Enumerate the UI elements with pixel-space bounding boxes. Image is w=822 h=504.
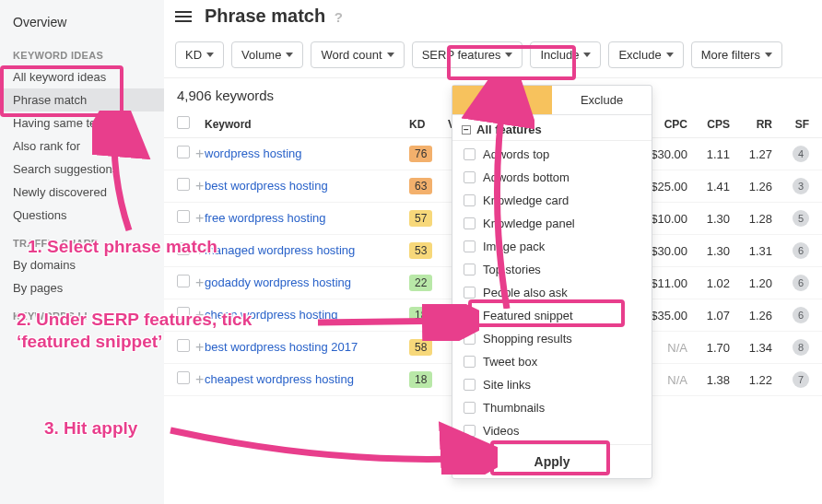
- option-checkbox[interactable]: [464, 217, 476, 229]
- option-checkbox[interactable]: [464, 379, 476, 391]
- kd-badge: 53: [409, 242, 432, 259]
- filter-exclude[interactable]: Exclude: [608, 41, 683, 68]
- keyword-link[interactable]: managed wordpress hosting: [205, 243, 355, 259]
- sidebar-item-newly-discovered[interactable]: Newly discovered: [0, 181, 164, 204]
- keyword-link[interactable]: godaddy wordpress hosting: [205, 275, 351, 291]
- row-checkbox[interactable]: [177, 210, 190, 223]
- option-checkbox[interactable]: [464, 264, 476, 275]
- option-label: Thumbnails: [483, 401, 545, 415]
- sf-badge: 6: [793, 242, 809, 259]
- chevron-down-icon: [505, 53, 512, 57]
- option-checkbox[interactable]: [464, 356, 476, 368]
- cell-rr: 1.26: [730, 180, 772, 193]
- help-icon[interactable]: ?: [335, 9, 343, 25]
- apply-button[interactable]: Apply: [452, 444, 652, 478]
- row-checkbox[interactable]: [177, 371, 190, 384]
- cell-cps: 1.70: [687, 341, 730, 355]
- add-icon[interactable]: +: [195, 210, 204, 226]
- dropdown-option[interactable]: Videos: [452, 419, 652, 442]
- chevron-down-icon: [583, 53, 591, 57]
- dropdown-all-features[interactable]: − All features: [452, 115, 652, 141]
- dropdown-tab-exclude[interactable]: Exclude: [552, 86, 652, 115]
- row-checkbox[interactable]: [177, 178, 190, 191]
- kd-badge: 18: [409, 307, 432, 323]
- dropdown-option[interactable]: Adwords bottom: [452, 166, 652, 189]
- dropdown-option[interactable]: Image pack: [452, 235, 652, 258]
- option-checkbox[interactable]: [464, 287, 476, 299]
- option-checkbox[interactable]: [464, 194, 476, 206]
- option-checkbox[interactable]: [464, 402, 476, 414]
- dropdown-option[interactable]: Adwords top: [452, 143, 652, 166]
- option-label: Knowledge panel: [483, 217, 575, 230]
- col-sf[interactable]: SF: [772, 118, 809, 131]
- keyword-link[interactable]: wordpress hosting: [205, 147, 302, 162]
- dropdown-option[interactable]: Tweet box: [452, 350, 652, 373]
- filter-include[interactable]: Include: [530, 41, 601, 68]
- dropdown-option[interactable]: Top stories: [452, 258, 652, 281]
- add-icon[interactable]: +: [195, 371, 204, 387]
- kd-badge: 57: [409, 210, 432, 227]
- sf-badge: 3: [793, 178, 809, 194]
- filters-bar: KD Volume Word count SERP features Inclu…: [164, 36, 822, 78]
- dropdown-option[interactable]: Featured snippet: [452, 304, 652, 327]
- row-checkbox[interactable]: [177, 275, 190, 287]
- select-all-checkbox[interactable]: [177, 116, 190, 129]
- cell-cps: 1.11: [687, 147, 730, 161]
- sidebar-item-phrase-match[interactable]: Phrase match: [0, 88, 164, 111]
- dropdown-option[interactable]: Knowledge card: [452, 189, 652, 212]
- chevron-down-icon: [286, 53, 293, 57]
- sidebar-item-also-rank-for[interactable]: Also rank for: [0, 135, 164, 158]
- sidebar-overview[interactable]: Overview: [0, 7, 164, 39]
- cell-cps: 1.41: [687, 180, 730, 193]
- chevron-down-icon: [666, 53, 674, 57]
- option-checkbox[interactable]: [464, 148, 476, 160]
- chevron-down-icon: [387, 53, 394, 57]
- sidebar-item-by-pages[interactable]: By pages: [0, 276, 164, 299]
- option-checkbox[interactable]: [464, 333, 476, 345]
- option-label: Knowledge card: [483, 193, 569, 207]
- add-icon[interactable]: +: [195, 275, 204, 290]
- filter-volume[interactable]: Volume: [231, 41, 303, 68]
- dropdown-tab-include[interactable]: Include: [452, 86, 552, 115]
- col-rr[interactable]: RR: [730, 118, 772, 131]
- keyword-link[interactable]: best wordpress hosting: [205, 179, 328, 194]
- dropdown-option[interactable]: Site links: [452, 373, 652, 396]
- row-checkbox[interactable]: [177, 146, 190, 158]
- add-icon[interactable]: +: [195, 146, 204, 161]
- filter-word-count[interactable]: Word count: [311, 41, 404, 68]
- option-label: Top stories: [483, 263, 541, 276]
- dropdown-option[interactable]: Shopping results: [452, 327, 652, 350]
- col-cps[interactable]: CPS: [687, 118, 730, 131]
- menu-icon[interactable]: [175, 8, 192, 25]
- cell-cps: 1.07: [687, 309, 730, 322]
- dropdown-option[interactable]: People also ask: [452, 281, 652, 304]
- col-keyword[interactable]: Keyword: [205, 118, 409, 131]
- kd-badge: 22: [409, 275, 432, 291]
- option-checkbox[interactable]: [464, 310, 476, 322]
- option-checkbox[interactable]: [464, 171, 476, 183]
- filter-kd[interactable]: KD: [175, 41, 224, 68]
- cell-rr: 1.28: [730, 212, 772, 226]
- option-checkbox[interactable]: [464, 240, 476, 252]
- chevron-down-icon: [206, 53, 214, 57]
- option-label: Shopping results: [483, 332, 572, 346]
- collapse-icon: −: [462, 125, 471, 135]
- dropdown-option[interactable]: Thumbnails: [452, 396, 652, 419]
- kd-badge: 18: [409, 371, 432, 388]
- option-label: Site links: [483, 378, 531, 392]
- sf-badge: 5: [793, 210, 809, 227]
- cell-cps: 1.30: [687, 212, 730, 226]
- keyword-link[interactable]: cheapest wordpress hosting: [205, 372, 354, 388]
- sidebar-item-having-same-terms[interactable]: Having same terms: [0, 111, 164, 135]
- filter-serp-features[interactable]: SERP features: [412, 41, 523, 68]
- add-icon[interactable]: +: [195, 178, 204, 193]
- keyword-link[interactable]: free wordpress hosting: [205, 211, 326, 227]
- sidebar-item-all-keyword-ideas[interactable]: All keyword ideas: [0, 65, 164, 88]
- cell-rr: 1.31: [730, 244, 772, 258]
- option-checkbox[interactable]: [464, 425, 476, 437]
- sidebar-item-search-suggestions[interactable]: Search suggestions: [0, 158, 164, 181]
- dropdown-option[interactable]: Knowledge panel: [452, 212, 652, 235]
- sidebar-item-questions[interactable]: Questions: [0, 204, 164, 227]
- col-kd[interactable]: KD: [409, 118, 448, 131]
- filter-more[interactable]: More filters: [691, 41, 782, 68]
